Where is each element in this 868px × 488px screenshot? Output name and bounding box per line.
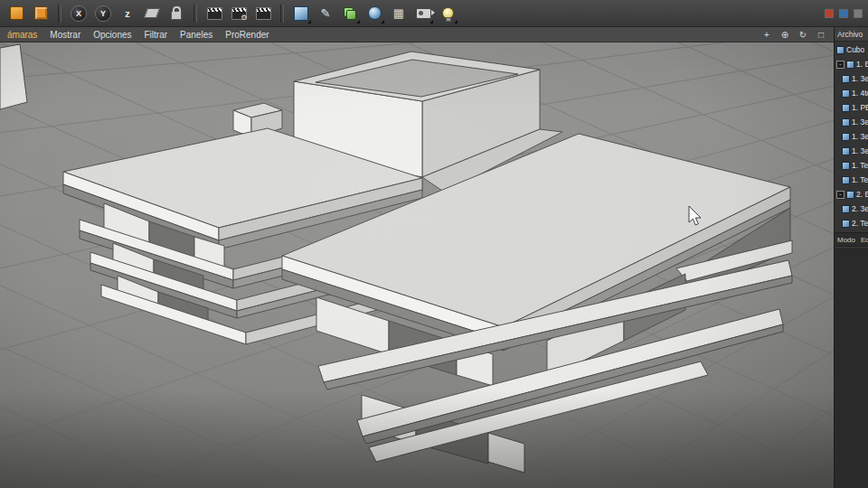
material-manager-button[interactable] — [5, 3, 27, 24]
attribute-panel — [835, 247, 868, 488]
render-clapper-icon — [256, 7, 271, 20]
tree-item-cubo[interactable]: Cubo — [835, 42, 868, 57]
tree-item[interactable]: 1. 3er piso — [835, 71, 868, 86]
tree-item[interactable]: 1. 3er piso — [835, 129, 868, 144]
mode-label: Modo — [837, 236, 855, 244]
orange-cube-icon — [34, 6, 48, 20]
tree-item[interactable]: 1. 4to piso — [835, 86, 868, 100]
object-icon — [842, 89, 850, 98]
grid-array-icon: ▦ — [393, 7, 404, 19]
main-toolbar: X Y z ⚙ ✎ ▦ — [0, 0, 868, 27]
object-tree: Cubo -1. Edificio 1. 3er piso 1. 4to pis… — [835, 42, 868, 230]
axis-y-icon: Y — [95, 5, 111, 22]
simulation-button[interactable] — [363, 3, 385, 24]
object-icon — [842, 162, 850, 170]
toolbar-separator — [58, 5, 61, 23]
tree-item-edificio-2[interactable]: -2. Edificio — [835, 187, 868, 202]
render-queue-button[interactable] — [252, 3, 274, 24]
viewport-3d[interactable] — [0, 42, 834, 488]
cube-tool-button[interactable] — [30, 3, 52, 24]
tree-item-label: 1. 3er piso — [852, 117, 868, 127]
toolbar-separator — [280, 5, 284, 23]
array-tool-button[interactable]: ▦ — [388, 3, 410, 24]
tree-item[interactable]: 1. Techo 2 — [835, 173, 868, 187]
tree-item[interactable]: 1. PB — [835, 100, 868, 115]
pen-icon: ✎ — [321, 7, 331, 19]
panel-mini-icon[interactable] — [839, 9, 848, 18]
menu-prorender[interactable]: ProRender — [225, 30, 269, 40]
pan-view-icon[interactable]: + — [761, 30, 772, 40]
menu-opciones[interactable]: Opciones — [93, 30, 131, 40]
coordinates-lock-button[interactable] — [165, 3, 187, 24]
gear-icon: ⚙ — [241, 14, 247, 22]
viewport-canvas[interactable] — [0, 42, 834, 488]
object-icon — [842, 176, 850, 184]
workplane-icon — [144, 8, 160, 18]
tree-item[interactable]: 1. 3er piso — [835, 144, 868, 158]
tree-item-label: 1. Techo — [852, 161, 868, 170]
axis-z-icon: z — [125, 8, 130, 19]
sphere-icon — [368, 6, 382, 20]
object-icon — [842, 118, 850, 127]
tree-item-label: 2. 3er piso — [852, 204, 868, 213]
tree-item-label: Cubo — [846, 45, 864, 54]
menu-mostrar[interactable]: Mostrar — [50, 30, 80, 40]
camera-button[interactable] — [412, 3, 434, 24]
object-icon — [842, 104, 850, 112]
panel-mini-icon[interactable] — [854, 9, 863, 18]
panel-menu-archivo[interactable]: Archivo — [835, 27, 868, 42]
light-button[interactable] — [437, 3, 458, 24]
rotate-view-icon[interactable]: ↻ — [797, 30, 808, 40]
edit-label: Editar — [861, 236, 868, 244]
maximize-view-icon[interactable]: □ — [816, 30, 826, 40]
light-bulb-icon — [442, 7, 454, 19]
object-icon — [836, 46, 844, 54]
object-icon — [842, 75, 850, 83]
tree-item-label: 1. Edificio — [856, 60, 868, 69]
workplane-button[interactable] — [141, 3, 163, 24]
axis-z-lock-button[interactable]: z — [117, 3, 138, 24]
object-icon — [842, 147, 850, 155]
menu-filtrar[interactable]: Filtrar — [145, 30, 168, 40]
tree-item[interactable]: 1. 3er piso — [835, 115, 868, 129]
render-view-button[interactable] — [203, 3, 225, 24]
lock-icon — [171, 11, 182, 20]
viewport-menubar: ámaras Mostrar Opciones Filtrar Paneles … — [0, 27, 834, 42]
tree-item-label: 2. Techo 2 — [852, 219, 868, 228]
mode-bar[interactable]: Modo Editar — [835, 232, 868, 247]
axis-x-lock-button[interactable]: X — [68, 3, 90, 24]
zoom-view-icon[interactable]: ⊕ — [779, 30, 790, 40]
toolbar-separator — [193, 5, 197, 23]
object-manager-panel: Archivo Cubo -1. Edificio 1. 3er piso 1.… — [834, 27, 868, 488]
object-icon — [842, 133, 850, 141]
expander-icon[interactable]: - — [836, 191, 844, 199]
render-settings-button[interactable]: ⚙ — [228, 3, 250, 24]
tree-item-edificio-1[interactable]: -1. Edificio — [835, 57, 868, 71]
tree-item[interactable]: 2. Techo 2 — [835, 216, 868, 230]
generator-icon — [344, 7, 356, 20]
spline-pen-button[interactable]: ✎ — [315, 3, 336, 24]
tree-item-label: 2. Edificio — [856, 190, 868, 199]
blue-cube-icon — [294, 6, 308, 21]
axis-y-lock-button[interactable]: Y — [92, 3, 114, 24]
tree-item-label: 1. PB — [852, 103, 868, 112]
tree-item[interactable]: 1. Techo — [835, 158, 868, 173]
tree-item-label: 1. 4to piso — [852, 89, 868, 98]
object-icon — [842, 220, 850, 228]
expander-icon[interactable]: - — [836, 61, 844, 69]
axis-x-icon: X — [71, 5, 87, 22]
cinema4d-window: X Y z ⚙ ✎ ▦ ámaras Mostrar Opciones Filt… — [0, 0, 868, 488]
generators-button[interactable] — [339, 3, 361, 24]
object-icon — [846, 61, 854, 69]
tree-item[interactable]: 2. 3er piso — [835, 202, 868, 216]
cube-primitive-button[interactable] — [290, 3, 312, 24]
menu-paneles[interactable]: Paneles — [180, 30, 212, 40]
tree-item-label: 1. Techo 2 — [852, 175, 868, 184]
panel-mini-icon[interactable] — [825, 9, 834, 18]
object-icon — [842, 205, 850, 213]
camera-icon — [416, 8, 431, 19]
viewport-nav-controls: + ⊕ ↻ □ — [761, 30, 826, 40]
render-clapper-icon: ⚙ — [231, 7, 247, 20]
tree-item-label: 1. 3er piso — [852, 74, 868, 83]
menu-camaras[interactable]: ámaras — [7, 30, 37, 40]
